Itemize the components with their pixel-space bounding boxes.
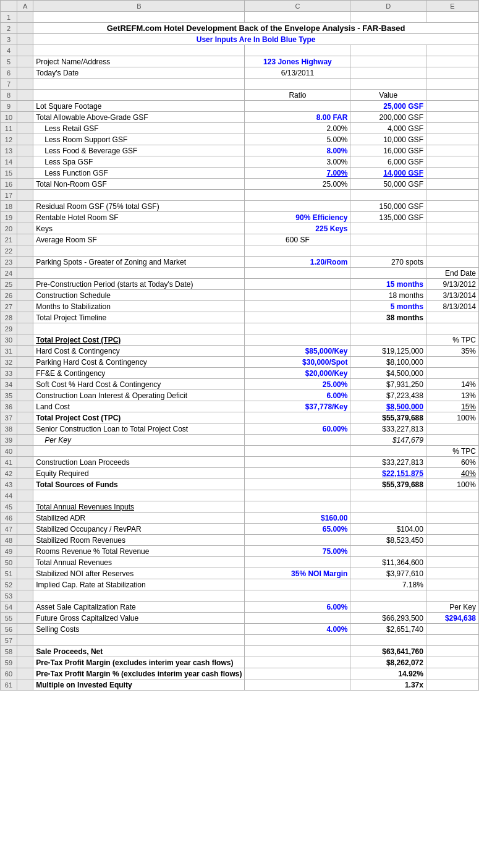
cell-d: $104.00 [350,524,426,535]
cell-a [17,257,33,268]
row-number: 57 [1,635,17,646]
cell-d [350,79,426,90]
cell-a [17,145,33,156]
cell-e [426,312,478,323]
table-row: 30Total Project Cost (TPC)% TPC [1,334,479,346]
table-row: 35Construction Loan Interest & Operating… [1,390,479,401]
table-row: 14 Less Spa GSF3.00%6,000 GSF [1,156,479,168]
cell-e [426,323,478,334]
cell-a [17,45,33,56]
cell-b: Keys [33,223,245,234]
row-number: 21 [1,234,17,245]
cell-c: 75.00% [245,546,350,557]
cell-d [350,334,426,346]
table-row: 61Multiple on Invested Equity1.37x [1,679,479,691]
cell-a [17,12,33,23]
cell-a [17,368,33,379]
cell-c: 1.20/Room [245,257,350,268]
table-row: 43Total Sources of Funds$55,379,688100% [1,479,479,490]
cell-c [245,590,350,602]
row-number: 36 [1,401,17,412]
cell-b: GetREFM.com Hotel Development Back of th… [33,23,479,34]
row-number: 27 [1,301,17,312]
cell-a [17,546,33,557]
cell-c [245,479,350,490]
cell-a [17,123,33,134]
cell-d: $33,227,813 [350,423,426,435]
table-row: 40% TPC [1,446,479,457]
row-number: 42 [1,468,17,479]
cell-c: 6.00% [245,390,350,401]
cell-a [17,312,33,323]
cell-d: $4,500,000 [350,368,426,379]
row-number: 22 [1,245,17,257]
cell-d: 200,000 GSF [350,112,426,123]
cell-a [17,346,33,357]
cell-b: Less Food & Beverage GSF [33,145,245,156]
cell-a [17,602,33,613]
cell-a [17,535,33,546]
cell-b: Pre-Tax Profit Margin (excludes interim … [33,657,245,668]
row-number: 58 [1,646,17,657]
table-row: 18Residual Room GSF (75% total GSF)150,0… [1,201,479,212]
row-number: 55 [1,613,17,624]
table-row: 2GetREFM.com Hotel Development Back of t… [1,23,479,34]
cell-b: FF&E & Contingency [33,368,245,379]
cell-e [426,435,478,446]
row-number: 60 [1,668,17,679]
cell-a [17,379,33,390]
cell-b [33,245,245,257]
cell-d [350,190,426,201]
cell-b: Less Room Support GSF [33,134,245,145]
cell-e [426,56,478,67]
cell-d: $8,523,450 [350,535,426,546]
table-row: 12 Less Room Support GSF5.00%10,000 GSF [1,134,479,145]
row-number: 4 [1,45,17,56]
row-number: 23 [1,257,17,268]
cell-a [17,245,33,257]
cell-c: 5.00% [245,134,350,145]
table-row: 9Lot Square Footage25,000 GSF [1,101,479,112]
cell-d: $11,364,600 [350,557,426,568]
cell-d: $66,293,500 [350,613,426,624]
row-number: 14 [1,156,17,168]
cell-e [426,12,478,23]
cell-b [33,190,245,201]
cell-b: Construction Loan Proceeds [33,457,245,468]
cell-a [17,134,33,145]
table-row: 42Equity Required$22,151,87540% [1,468,479,479]
cell-e [426,423,478,435]
cell-c: 4.00% [245,624,350,635]
table-row: 23Parking Spots - Greater of Zoning and … [1,257,479,268]
row-number: 25 [1,279,17,290]
table-row: 31Hard Cost & Contingency$85,000/Key$19,… [1,346,479,357]
cell-d [350,546,426,557]
row-number: 5 [1,56,17,67]
table-row: 26Construction Schedule18 months3/13/201… [1,290,479,301]
cell-d: 5 months [350,301,426,312]
table-row: 41Construction Loan Proceeds$33,227,8136… [1,457,479,468]
cell-b: Total Project Cost (TPC) [33,334,245,346]
cell-a [17,212,33,223]
cell-e: 9/13/2012 [426,279,478,290]
cell-e [426,90,478,101]
cell-b: Pre-Construction Period (starts at Today… [33,279,245,290]
cell-c: $160.00 [245,513,350,524]
cell-d [350,635,426,646]
cell-a [17,490,33,501]
cell-b: Land Cost [33,401,245,412]
cell-a [17,457,33,468]
cell-d: $7,931,250 [350,379,426,390]
cell-c: 123 Jones Highway [245,56,350,67]
table-row: 55Future Gross Capitalized Value$66,293,… [1,613,479,624]
cell-e [426,112,478,123]
cell-a [17,79,33,90]
cell-b [33,635,245,646]
table-row: 60Pre-Tax Profit Margin % (excludes inte… [1,668,479,679]
row-number: 8 [1,90,17,101]
cell-e: Per Key [426,602,478,613]
cell-e [426,579,478,590]
table-row: 59Pre-Tax Profit Margin (excludes interi… [1,657,479,668]
cell-c: 25.00% [245,179,350,190]
table-row: 28Total Project Timeline38 months [1,312,479,323]
